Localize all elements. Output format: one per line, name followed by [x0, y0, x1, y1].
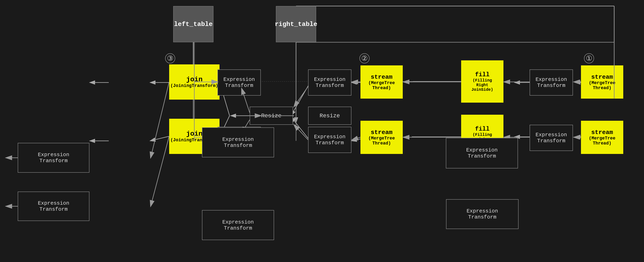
expr-2214-990: ExpressionTransform [446, 199, 518, 229]
expr-1003-1044: ExpressionTransform [202, 210, 274, 240]
expr-bot-right-node: ExpressionTransform [530, 125, 573, 151]
resize-right-node: Resize [308, 107, 352, 125]
svg-line-38 [352, 137, 360, 140]
stream-top-mid-node: stream (MergeTreeThread) [360, 65, 403, 99]
svg-line-17 [291, 117, 310, 141]
svg-line-39 [294, 125, 308, 140]
stream-bot-right-node: stream (MergeTreeThread) [581, 121, 623, 154]
expr-out-top-node: ExpressionTransform [18, 143, 90, 173]
circle-1: ① [584, 53, 594, 63]
left-table-node: left_table [173, 6, 214, 42]
fill-top-node: fill (FillingRightJoinSide) [461, 60, 504, 103]
svg-line-37 [294, 86, 308, 107]
join-top-node: join (JoiningTransform) [169, 64, 220, 100]
circle-2: ② [360, 53, 370, 63]
expr-bot-mid-node: ExpressionTransform [308, 127, 352, 153]
expr-2214-685: ExpressionTransform [446, 138, 518, 168]
stream-top-right-node: stream (MergeTreeThread) [581, 65, 623, 99]
expr-out-bot-node: ExpressionTransform [18, 192, 90, 221]
resize-left-node: Resize [250, 107, 293, 125]
stream-bot-mid-node: stream (MergeTreeThread) [360, 121, 403, 154]
expr-top-mid-node: ExpressionTransform [308, 69, 352, 96]
circle-3: ③ [165, 53, 175, 63]
expr-join-top-node: ExpressionTransform [218, 69, 261, 96]
expr-top-right-node: ExpressionTransform [530, 69, 573, 96]
expr-1003-633: ExpressionTransform [202, 127, 274, 157]
svg-line-14 [291, 82, 310, 116]
svg-line-54 [151, 136, 169, 206]
svg-line-53 [151, 82, 169, 158]
right-table-node: right_table [276, 6, 316, 42]
